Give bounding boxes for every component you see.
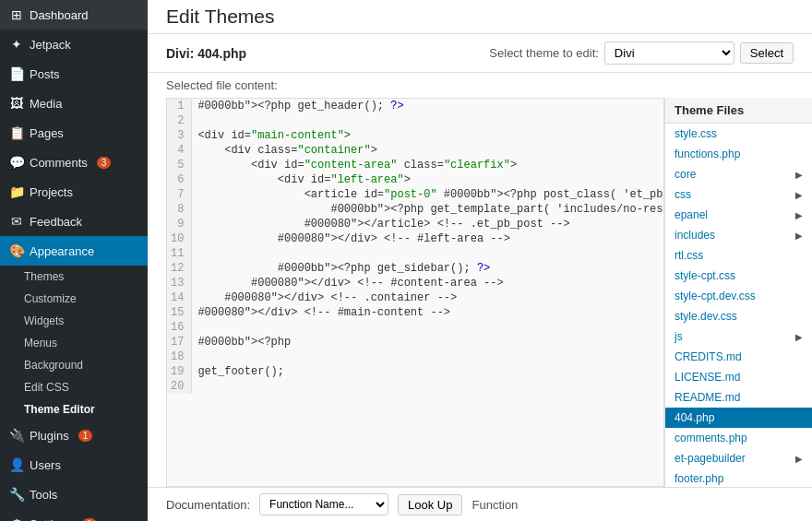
file-item[interactable]: LICENSE.md [665,367,812,387]
line-code [192,320,664,335]
theme-select-dropdown[interactable]: Divi Twenty Seventeen Twenty Sixteen [604,41,734,65]
file-item[interactable]: et-pagebuilder▶ [665,448,812,468]
plugins-badge: 1 [78,430,93,442]
editor-body: 1#0000bb"><?php get_header(); ?>2 3<div … [148,98,812,487]
line-number: 2 [167,113,192,128]
line-code: get_footer(); [192,364,664,379]
sidebar-subitem-menus[interactable]: Menus [0,332,148,354]
line-code: <div id="content-area" class="clearfix"> [192,158,664,172]
sidebar-item-media[interactable]: 🖼 Media [0,89,148,118]
media-icon: 🖼 [9,96,24,111]
line-number: 11 [167,246,192,261]
file-item[interactable]: includes▶ [665,225,812,245]
file-item[interactable]: README.md [665,387,812,408]
line-number: 20 [167,379,192,394]
comments-icon: 💬 [9,155,24,170]
sidebar-subitem-customize[interactable]: Customize [0,288,148,310]
file-item[interactable]: css▶ [665,184,812,205]
sidebar-subitem-background[interactable]: Background [0,354,148,376]
file-item[interactable]: footer.php [665,468,812,487]
line-number: 1 [167,99,192,113]
file-item[interactable]: functions.php [665,144,812,164]
sidebar-item-settings[interactable]: ⚙ Settings 1 [0,509,148,521]
sidebar-item-appearance[interactable]: 🎨 Appearance [0,236,148,266]
line-code: <article id="post-0" #0000bb"><?php post… [192,187,664,202]
editor-area: Divi: 404.php Select theme to edit: Divi… [148,34,812,521]
sidebar-item-posts[interactable]: 📄 Posts [0,59,148,89]
sidebar-subitem-widgets[interactable]: Widgets [0,310,148,332]
line-code: <div id="left-area"> [192,172,664,187]
function-label: Function [472,498,518,512]
line-number: 13 [167,276,192,290]
line-number: 6 [167,172,192,187]
line-number: 19 [167,364,192,379]
theme-select-area: Select theme to edit: Divi Twenty Sevent… [489,41,794,65]
sidebar-item-tools[interactable]: 🔧 Tools [0,480,148,509]
sidebar: ⊞ Dashboard ✦ Jetpack 📄 Posts 🖼 Media 📋 … [0,0,148,521]
file-item[interactable]: epanel▶ [665,205,812,225]
file-item[interactable]: style-cpt.css [665,266,812,286]
line-number: 14 [167,290,192,305]
jetpack-icon: ✦ [9,37,24,52]
line-number: 12 [167,261,192,276]
file-item[interactable]: 404.php [665,408,812,428]
plugins-icon: 🔌 [9,428,24,443]
line-code: #0000bb"><?php get_header(); ?> [192,99,664,113]
sidebar-subitem-themes[interactable]: Themes [0,266,148,288]
sidebar-item-users[interactable]: 👤 Users [0,450,148,480]
file-item[interactable]: js▶ [665,326,812,347]
line-code: #0000bb"><?php get_sidebar(); ?> [192,261,664,276]
file-item[interactable]: CREDITS.md [665,347,812,367]
file-item[interactable]: style-cpt.dev.css [665,286,812,306]
code-table: 1#0000bb"><?php get_header(); ?>2 3<div … [167,99,664,394]
line-number: 7 [167,187,192,202]
doc-select-dropdown[interactable]: Function Name... [259,493,388,515]
line-number: 15 [167,305,192,320]
sidebar-item-projects[interactable]: 📁 Projects [0,177,148,207]
lookup-button[interactable]: Look Up [398,494,462,515]
select-button[interactable]: Select [740,42,794,64]
posts-icon: 📄 [9,66,24,81]
line-number: 17 [167,335,192,349]
users-icon: 👤 [9,457,24,472]
file-item[interactable]: style.css [665,124,812,144]
sidebar-item-plugins[interactable]: 🔌 Plugins 1 [0,420,148,450]
line-code [192,246,664,261]
files-list: style.cssfunctions.phpcore▶css▶epanel▶in… [665,124,812,487]
line-number: 8 [167,202,192,217]
sidebar-subitem-edit-css[interactable]: Edit CSS [0,376,148,398]
editor-footer: Documentation: Function Name... Look Up … [148,487,812,521]
line-number: 10 [167,231,192,246]
file-item[interactable]: comments.php [665,428,812,448]
line-number: 16 [167,320,192,335]
file-item[interactable]: core▶ [665,164,812,184]
line-code [192,113,664,128]
file-item[interactable]: rtl.css [665,245,812,266]
main-content: Edit Themes Divi: 404.php Select theme t… [148,0,812,521]
sidebar-item-feedback[interactable]: ✉ Feedback [0,207,148,236]
doc-label: Documentation: [166,498,250,512]
comments-badge: 3 [97,157,112,169]
line-number: 18 [167,349,192,364]
sidebar-item-jetpack[interactable]: ✦ Jetpack [0,30,148,59]
files-panel-header: Theme Files [665,98,812,124]
line-code: #000080"></article> <!-- .et_pb_post --> [192,217,664,231]
editor-header: Divi: 404.php Select theme to edit: Divi… [148,34,812,73]
line-code: #000080"></div> <!-- .container --> [192,290,664,305]
file-item[interactable]: style.dev.css [665,306,812,326]
line-number: 5 [167,158,192,172]
line-code [192,349,664,364]
line-code: #0000bb"><?php get_template_part( 'inclu… [192,202,664,217]
projects-icon: 📁 [9,184,24,199]
page-header: Edit Themes [148,0,812,34]
files-panel: Theme Files style.cssfunctions.phpcore▶c… [664,98,812,487]
sidebar-item-pages[interactable]: 📋 Pages [0,118,148,148]
sidebar-item-comments[interactable]: 💬 Comments 3 [0,148,148,177]
sidebar-subitem-theme-editor[interactable]: Theme Editor [0,398,148,420]
appearance-icon: 🎨 [9,243,24,258]
sidebar-item-dashboard[interactable]: ⊞ Dashboard [0,0,148,30]
settings-icon: ⚙ [9,516,24,521]
page-title: Edit Themes [166,6,794,28]
code-container[interactable]: 1#0000bb"><?php get_header(); ?>2 3<div … [166,98,664,487]
dashboard-icon: ⊞ [9,7,24,22]
